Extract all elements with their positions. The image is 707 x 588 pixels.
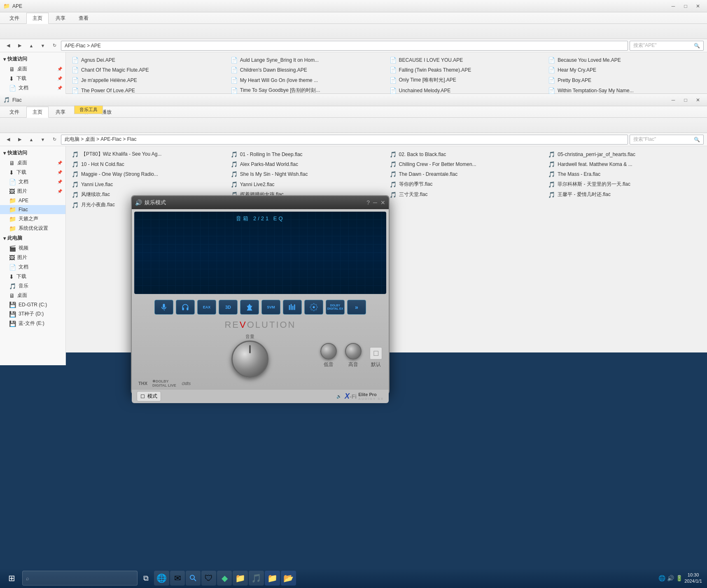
blue-folder-app[interactable]: 📁 xyxy=(233,571,248,586)
flac-sidebar-desktop[interactable]: 🖥 桌面 📌 xyxy=(0,158,65,168)
recent-button[interactable]: ▼ xyxy=(38,41,48,51)
search-app[interactable] xyxy=(186,571,201,586)
flac-explorer-taskbar[interactable]: 📂 xyxy=(281,571,296,586)
flac-sidebar-thispc-dl[interactable]: ⬇ 下载 xyxy=(0,272,65,281)
flac-search-box[interactable]: 搜索"Flac" 🔍 xyxy=(630,135,704,145)
drive-c[interactable]: 💾 ED-GTR (C:) xyxy=(0,300,65,309)
list-item[interactable]: 🎵 02. Back to Black.flac xyxy=(387,149,545,159)
back-button[interactable]: ◀ xyxy=(3,41,13,51)
flac-up-button[interactable]: ▲ xyxy=(26,135,36,145)
list-item[interactable]: 📄 Children's Dawn Blessing.APE xyxy=(228,65,386,75)
tray-battery[interactable]: 🔋 xyxy=(676,575,683,581)
svm-button[interactable]: SVM xyxy=(261,300,280,315)
flac-back-button[interactable]: ◀ xyxy=(3,135,13,145)
music-app[interactable]: 🎵 xyxy=(249,571,264,586)
extra-button[interactable]: » xyxy=(347,300,366,315)
flac-sidebar-music[interactable]: 🎵 音乐 xyxy=(0,281,65,291)
list-item[interactable]: 🎵 The Dawn - Dreamtale.flac xyxy=(387,170,545,179)
audio-close-button[interactable]: ✕ xyxy=(380,199,385,206)
tray-volume[interactable]: 🔊 xyxy=(667,575,674,581)
ape-explorer-taskbar[interactable]: 📁 xyxy=(265,571,280,586)
flac-minimize-button[interactable]: ─ xyxy=(667,96,679,105)
drive-e[interactable]: 💾 蓝-文件 (E:) xyxy=(0,319,65,328)
list-item[interactable]: 📄 Falling (Twin Peaks Theme).APE xyxy=(387,65,545,75)
close-button[interactable]: ✕ xyxy=(692,2,704,11)
sidebar-item-desktop[interactable]: 🖥 桌面 📌 xyxy=(0,64,65,74)
sidebar-item-download[interactable]: ⬇ 下载 📌 xyxy=(0,74,65,83)
list-item[interactable]: 🎵 王馨平 - 爱情几时还.flac xyxy=(546,190,704,199)
flac-sidebar-docs[interactable]: 📄 文档 📌 xyxy=(0,177,65,187)
mic-button[interactable] xyxy=(154,300,173,315)
flac-sidebar-video[interactable]: 🎬 视频 xyxy=(0,243,65,253)
list-item[interactable]: 🎵 Chilling Crew - For Better Momen... xyxy=(387,160,545,169)
refresh-button[interactable]: ↻ xyxy=(49,41,59,51)
flac-sidebar-thispc-pics[interactable]: 🖼 图片 xyxy=(0,253,65,262)
list-item[interactable]: 📄 Pretty Boy.APE xyxy=(546,75,704,85)
flac-address-path[interactable]: 此电脑 > 桌面 > APE-Flac > Flac xyxy=(61,135,628,145)
crystal-button[interactable] xyxy=(240,300,259,315)
flac-recent-button[interactable]: ▼ xyxy=(38,135,48,145)
flac-sidebar-optimize[interactable]: 📁 系统优化设置 xyxy=(0,224,65,233)
flac-sidebar-tianlai[interactable]: 📁 天籁之声 xyxy=(0,214,65,224)
list-item[interactable]: 🎵 10 - Hot N Cold.flac xyxy=(69,160,227,169)
minimize-button[interactable]: ─ xyxy=(667,2,679,11)
ape-address-path[interactable]: APE-Flac > APE xyxy=(61,41,628,51)
maximize-button[interactable]: □ xyxy=(680,2,691,11)
mail-app[interactable]: ✉ xyxy=(170,571,185,586)
bass-knob[interactable] xyxy=(320,343,337,359)
list-item[interactable]: 🎵 Alex Parks-Mad World.flac xyxy=(228,160,386,169)
flac-sidebar-pics[interactable]: 🖼 图片 📌 xyxy=(0,187,65,196)
music-tools-tab[interactable]: 音乐工具 xyxy=(74,105,103,114)
list-item[interactable]: 🎵 等你的季节.flac xyxy=(387,180,545,189)
tray-network[interactable]: 🌐 xyxy=(658,575,665,581)
list-item[interactable]: 🎵 【PT80】Wiz Khalifa - See You Ag... xyxy=(69,149,227,159)
list-item[interactable]: 📄 Only Time [唯有时光].APE xyxy=(387,75,545,85)
tab-view[interactable]: 查看 xyxy=(72,13,95,23)
list-item[interactable]: 📄 Chant Of The Magic Flute.APE xyxy=(69,65,227,75)
list-item[interactable]: 📄 My Heart Will Go On (love theme ... xyxy=(228,75,386,85)
settings-button[interactable] xyxy=(304,300,323,315)
list-item[interactable]: 🎵 Hardwell feat. Matthew Koma & ... xyxy=(546,160,704,169)
list-item[interactable]: 🎵 She Is My Sin - Night Wish.flac xyxy=(228,170,386,179)
flac-sidebar-thispc-docs[interactable]: 📄 文档 xyxy=(0,262,65,272)
mode-button[interactable]: ☐ 模式 xyxy=(137,391,161,401)
list-item[interactable]: 📄 Hear My Cry.APE xyxy=(546,65,704,75)
equalizer-button[interactable] xyxy=(283,300,302,315)
list-item[interactable]: 🎵 01 - Rolling In The Deep.flac xyxy=(228,149,386,159)
task-view-button[interactable]: ⧉ xyxy=(138,571,153,586)
list-item[interactable]: 🎵 Yanni Live.flac xyxy=(69,180,227,189)
flac-maximize-button[interactable]: □ xyxy=(680,96,691,105)
flac-tab-home[interactable]: 主页 xyxy=(26,107,49,118)
green-app[interactable]: ◆ xyxy=(217,571,232,586)
antivirus-app[interactable]: 🛡 xyxy=(201,571,216,586)
dolby-button[interactable]: DOLBYDIGITAL EX xyxy=(326,300,345,315)
flac-tab-share[interactable]: 共享 xyxy=(49,107,72,117)
taskbar-clock[interactable]: 10:30 2024/1/1 xyxy=(684,572,702,585)
list-item[interactable]: 🎵 The Mass - Era.flac xyxy=(546,170,704,179)
list-item[interactable]: 📄 Because You Loved Me.APE xyxy=(546,56,704,65)
flac-refresh-button[interactable]: ↻ xyxy=(49,135,59,145)
drive-d[interactable]: 💾 3T种子 (D:) xyxy=(0,309,65,319)
eax-button[interactable]: EAX xyxy=(197,300,216,315)
list-item[interactable]: 📄 Je m'appelle Hélène.APE xyxy=(69,75,227,85)
headphone-button[interactable] xyxy=(176,300,195,315)
flac-tab-file[interactable]: 文件 xyxy=(3,107,26,117)
list-item[interactable]: 📄 BECAUSE I LOVE YOU.APE xyxy=(387,56,545,65)
volume-knob[interactable] xyxy=(231,341,268,378)
this-pc-header[interactable]: ▾ 此电脑 xyxy=(0,233,65,243)
audio-minimize-button[interactable]: ─ xyxy=(373,199,377,206)
up-button[interactable]: ▲ xyxy=(26,41,36,51)
list-item[interactable]: 🎵 Yanni Live2.flac xyxy=(228,180,386,189)
taskbar-search[interactable]: ⌕ xyxy=(22,571,138,586)
edge-app[interactable]: 🌐 xyxy=(154,571,169,586)
flac-sidebar-thispc-desktop[interactable]: 🖥 桌面 xyxy=(0,291,65,300)
ape-search-box[interactable]: 搜索"APE" 🔍 xyxy=(630,41,704,51)
tab-home[interactable]: 主页 xyxy=(26,13,49,24)
list-item[interactable]: 🎵 05-christina_perri-jar_of_hearts.flac xyxy=(546,149,704,159)
forward-button[interactable]: ▶ xyxy=(15,41,25,51)
list-item[interactable]: 🎵 菲尔科林斯 - 天堂里的另一天.flac xyxy=(546,180,704,189)
flac-forward-button[interactable]: ▶ xyxy=(15,135,25,145)
quick-access-header[interactable]: ▾ 快速访问 xyxy=(0,54,65,64)
tab-file[interactable]: 文件 xyxy=(3,13,26,23)
default-checkbox[interactable]: ☐ xyxy=(370,347,382,359)
